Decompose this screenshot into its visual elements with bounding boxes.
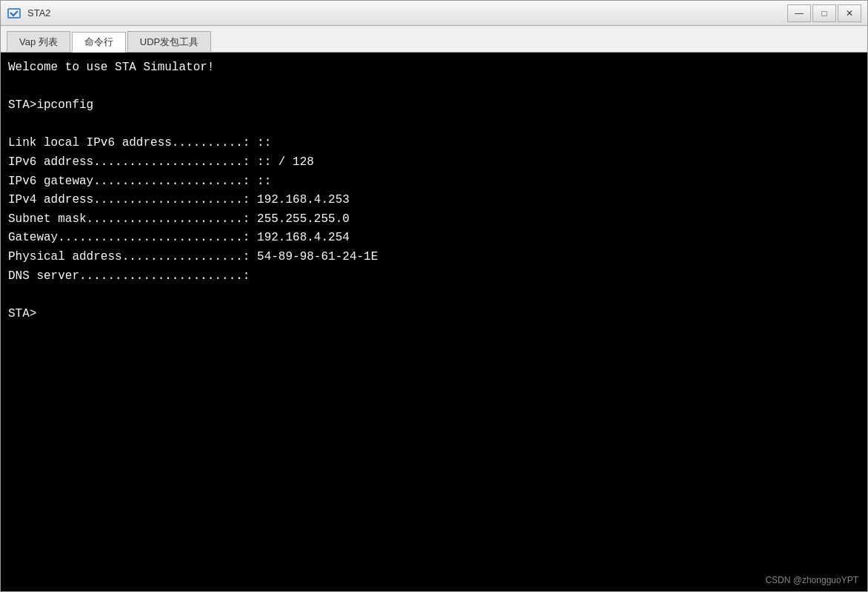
tab-command-line[interactable]: 命令行 xyxy=(72,32,126,53)
watermark: CSDN @zhongguoYPT xyxy=(765,575,858,585)
terminal-output: Welcome to use STA Simulator! STA>ipconf… xyxy=(8,58,860,323)
app-icon xyxy=(7,6,21,21)
svg-rect-0 xyxy=(8,9,20,18)
tab-udp-tool[interactable]: UDP发包工具 xyxy=(127,31,211,52)
window-controls: — □ ✕ xyxy=(787,4,861,22)
minimize-button[interactable]: — xyxy=(787,4,811,22)
title-bar-left: STA2 xyxy=(7,6,51,21)
terminal-area[interactable]: Welcome to use STA Simulator! STA>ipconf… xyxy=(1,53,867,591)
tab-vap-list[interactable]: Vap 列表 xyxy=(7,31,70,52)
tabs-bar: Vap 列表 命令行 UDP发包工具 xyxy=(1,26,867,53)
title-bar: STA2 — □ ✕ xyxy=(1,1,867,26)
maximize-button[interactable]: □ xyxy=(812,4,836,22)
window-title: STA2 xyxy=(27,7,51,18)
close-button[interactable]: ✕ xyxy=(838,4,861,22)
app-window: STA2 — □ ✕ Vap 列表 命令行 UDP发包工具 Welcome to… xyxy=(0,0,868,592)
